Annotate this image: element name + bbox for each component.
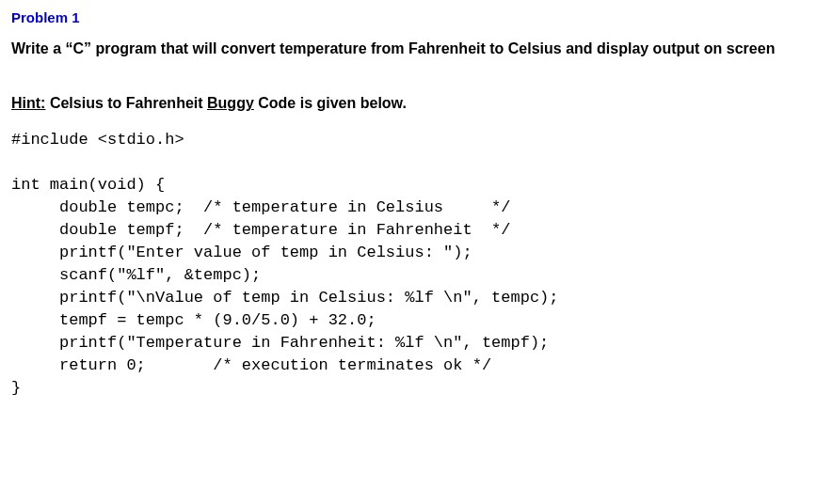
code-line: #include <stdio.h> [11,131,184,149]
code-line: double tempc; /* temperature in Celsius … [11,198,511,216]
problem-title: Problem 1 [11,9,805,25]
code-line: } [11,379,21,397]
code-line: tempf = tempc * (9.0/5.0) + 32.0; [11,311,376,329]
code-line: scanf("%lf", &tempc); [11,266,261,284]
code-line: printf("\nValue of temp in Celsius: %lf … [11,289,559,307]
hint-buggy: Buggy [207,95,254,111]
code-line: double tempf; /* temperature in Fahrenhe… [11,221,511,239]
code-block: #include <stdio.h> int main(void) { doub… [11,129,805,400]
hint-mid: Celsius to Fahrenheit [45,95,207,111]
hint-label: Hint: [11,95,45,111]
code-line: printf("Enter value of temp in Celsius: … [11,244,472,261]
hint-tail: Code is given below. [254,95,407,111]
code-line: int main(void) { [11,176,165,194]
code-line: printf("Temperature in Fahrenheit: %lf \… [11,334,549,352]
code-line: return 0; /* execution terminates ok */ [11,356,491,374]
hint-line: Hint: Celsius to Fahrenheit Buggy Code i… [11,95,805,112]
problem-statement: Write a “C” program that will convert te… [11,37,805,61]
